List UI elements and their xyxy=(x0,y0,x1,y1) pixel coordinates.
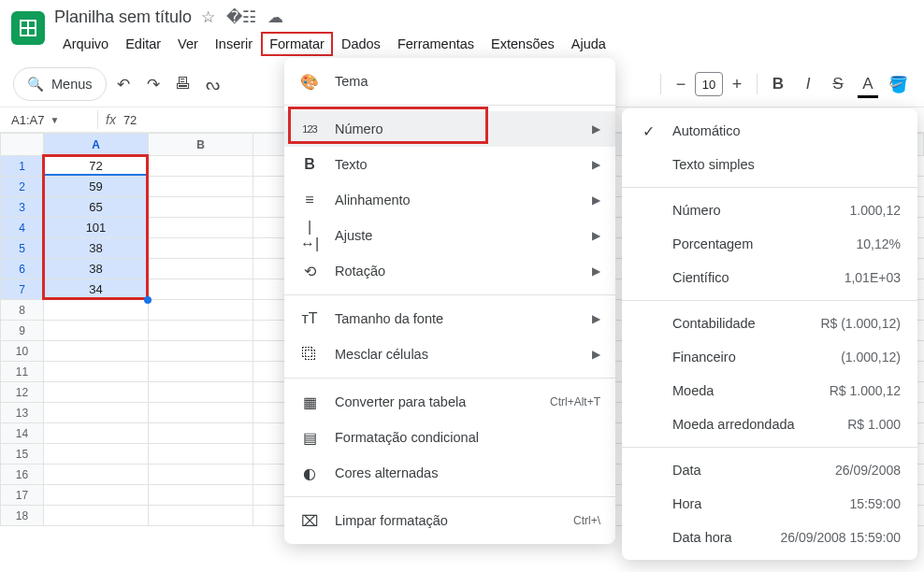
cell[interactable] xyxy=(149,156,253,177)
cell[interactable] xyxy=(44,506,149,526)
menu-item[interactable]: ⟲Rotação▶ xyxy=(284,253,615,289)
cell[interactable]: 65 xyxy=(44,197,149,218)
menu-ajuda[interactable]: Ajuda xyxy=(563,32,614,56)
cell[interactable]: 38 xyxy=(44,259,149,279)
menu-extensões[interactable]: Extensões xyxy=(483,32,563,56)
submenu-item[interactable]: Científico1,01E+03 xyxy=(622,261,917,294)
submenu-item[interactable]: Data hora26/09/2008 15:59:00 xyxy=(622,521,917,554)
move-icon[interactable]: �☷ xyxy=(226,7,256,27)
cell[interactable]: 34 xyxy=(44,279,149,300)
submenu-item[interactable]: Texto simples xyxy=(622,148,917,181)
row-header[interactable]: 1 xyxy=(1,156,44,177)
cell[interactable] xyxy=(149,506,253,526)
submenu-item[interactable]: Financeiro(1.000,12) xyxy=(622,340,917,374)
menu-ferramentas[interactable]: Ferramentas xyxy=(389,32,483,56)
cell[interactable] xyxy=(149,321,253,341)
star-icon[interactable]: ☆ xyxy=(201,7,215,27)
paintformat-icon[interactable]: ᔓ xyxy=(200,71,226,97)
menu-item[interactable]: ⿻Mesclar células▶ xyxy=(284,336,615,372)
cell[interactable] xyxy=(149,300,253,321)
row-header[interactable]: 8 xyxy=(1,300,44,321)
col-header-A[interactable]: A xyxy=(44,134,149,156)
cell[interactable] xyxy=(44,362,149,382)
row-header[interactable]: 4 xyxy=(1,218,44,238)
row-header[interactable]: 14 xyxy=(1,423,44,444)
row-header[interactable]: 12 xyxy=(1,382,44,403)
strike-button[interactable]: S xyxy=(825,71,851,97)
bold-button[interactable]: B xyxy=(765,71,791,97)
row-header[interactable]: 16 xyxy=(1,465,44,485)
cell[interactable] xyxy=(149,423,253,444)
row-header[interactable]: 18 xyxy=(1,506,44,526)
menu-item[interactable]: ▤Formatação condicional xyxy=(284,420,615,455)
submenu-item[interactable]: MoedaR$ 1.000,12 xyxy=(622,374,917,408)
cell[interactable] xyxy=(149,259,253,279)
menu-item[interactable]: ▦Converter para tabelaCtrl+Alt+T xyxy=(284,384,615,420)
menu-item[interactable]: ◐Cores alternadas xyxy=(284,455,615,491)
cell[interactable] xyxy=(149,465,253,485)
col-header-B[interactable]: B xyxy=(149,134,253,156)
submenu-item[interactable]: ContabilidadeR$ (1.000,12) xyxy=(622,307,917,340)
menu-formatar[interactable]: Formatar xyxy=(261,32,333,56)
cell[interactable] xyxy=(44,423,149,444)
cell[interactable]: 72 xyxy=(44,156,149,177)
submenu-item[interactable]: ✓Automático xyxy=(622,114,917,148)
row-header[interactable]: 6 xyxy=(1,259,44,279)
cell[interactable] xyxy=(149,177,253,197)
row-header[interactable]: 11 xyxy=(1,362,44,382)
fontsize-plus[interactable]: + xyxy=(725,72,749,96)
row-header[interactable]: 7 xyxy=(1,279,44,300)
menu-item[interactable]: тTTamanho da fonte▶ xyxy=(284,301,615,336)
doc-title[interactable]: Planilha sem título xyxy=(54,7,192,27)
menus-pill[interactable]: 🔍 Menus xyxy=(13,67,107,101)
cell[interactable]: 59 xyxy=(44,177,149,197)
cell[interactable] xyxy=(44,485,149,506)
cell[interactable] xyxy=(149,197,253,218)
undo-icon[interactable]: ↶ xyxy=(110,71,137,97)
submenu-item[interactable]: Hora15:59:00 xyxy=(622,487,917,521)
cell[interactable] xyxy=(149,279,253,300)
fillcolor-button[interactable]: 🪣 xyxy=(885,71,911,97)
cloud-icon[interactable]: ☁ xyxy=(267,7,283,27)
fontsize-stepper[interactable]: − 10 + xyxy=(669,72,749,96)
cell[interactable] xyxy=(149,485,253,506)
redo-icon[interactable]: ↷ xyxy=(140,71,166,97)
cell[interactable] xyxy=(44,300,149,321)
cell[interactable] xyxy=(149,403,253,423)
cell[interactable] xyxy=(149,362,253,382)
row-header[interactable]: 17 xyxy=(1,485,44,506)
textcolor-button[interactable]: A xyxy=(855,71,881,97)
row-header[interactable]: 13 xyxy=(1,403,44,423)
cell[interactable] xyxy=(44,444,149,465)
submenu-item[interactable]: Número1.000,12 xyxy=(622,193,917,227)
cell[interactable] xyxy=(44,465,149,485)
cell[interactable] xyxy=(149,382,253,403)
submenu-item[interactable]: Porcentagem10,12% xyxy=(622,227,917,261)
name-box[interactable]: A1:A7 ▼ xyxy=(6,113,90,127)
cell[interactable]: 38 xyxy=(44,238,149,259)
formula-value[interactable]: 72 xyxy=(123,113,137,127)
menu-item[interactable]: ≡Alinhamento▶ xyxy=(284,182,615,218)
menu-item[interactable]: 🎨Tema xyxy=(284,64,615,99)
menu-arquivo[interactable]: Arquivo xyxy=(54,32,117,56)
cell[interactable] xyxy=(44,403,149,423)
cell[interactable] xyxy=(149,444,253,465)
row-header[interactable]: 5 xyxy=(1,238,44,259)
submenu-item[interactable]: Moeda arredondadaR$ 1.000 xyxy=(622,408,917,441)
menu-item[interactable]: |↔|Ajuste▶ xyxy=(284,218,615,253)
cell[interactable] xyxy=(44,341,149,362)
sheets-logo[interactable] xyxy=(11,11,45,45)
row-header[interactable]: 2 xyxy=(1,177,44,197)
menu-dados[interactable]: Dados xyxy=(333,32,389,56)
fontsize-value[interactable]: 10 xyxy=(695,72,723,96)
menu-item[interactable]: 123Número▶ xyxy=(284,111,615,147)
cell[interactable] xyxy=(149,218,253,238)
menu-item[interactable]: ⌧Limpar formataçãoCtrl+\ xyxy=(284,503,615,538)
menu-ver[interactable]: Ver xyxy=(169,32,207,56)
fontsize-minus[interactable]: − xyxy=(669,72,693,96)
print-icon[interactable]: 🖶 xyxy=(170,71,196,97)
row-header[interactable]: 3 xyxy=(1,197,44,218)
submenu-item[interactable]: Data26/09/2008 xyxy=(622,453,917,487)
cell[interactable] xyxy=(149,341,253,362)
cell[interactable] xyxy=(149,238,253,259)
